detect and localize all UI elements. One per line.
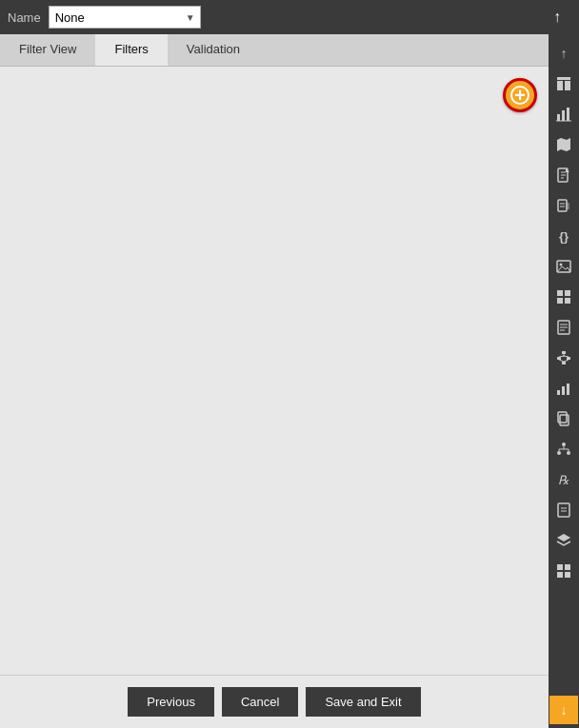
sidebar-top-arrow-icon[interactable]: ↑	[549, 39, 578, 68]
name-select-wrapper: None ▼	[49, 6, 201, 29]
svg-line-30	[559, 356, 564, 357]
svg-rect-53	[557, 572, 563, 578]
name-select[interactable]: None	[49, 6, 201, 29]
sidebar-layers-icon[interactable]	[549, 526, 578, 555]
content-panel: Filter View Filters Validation +	[0, 34, 549, 728]
svg-rect-0	[557, 77, 570, 80]
sidebar-image-icon[interactable]	[549, 252, 578, 281]
sidebar-code-icon[interactable]: {}	[549, 222, 578, 250]
svg-rect-51	[557, 564, 563, 570]
svg-rect-52	[565, 564, 570, 570]
save-exit-button[interactable]: Save and Exit	[306, 687, 420, 717]
svg-rect-1	[557, 81, 563, 90]
svg-rect-4	[562, 110, 565, 121]
add-filter-circle: +	[510, 86, 529, 105]
svg-rect-54	[565, 572, 570, 578]
sidebar-chart-icon[interactable]	[549, 100, 578, 128]
main-area: Filter View Filters Validation +	[0, 34, 579, 728]
svg-rect-47	[558, 503, 569, 517]
sidebar-table-icon[interactable]	[549, 69, 578, 98]
svg-rect-12	[558, 200, 567, 211]
svg-point-17	[560, 264, 563, 266]
plus-icon: +	[514, 86, 526, 105]
tabs: Filter View Filters Validation	[0, 34, 549, 67]
svg-rect-19	[565, 290, 570, 296]
svg-rect-21	[565, 298, 570, 304]
tab-validation[interactable]: Validation	[168, 34, 259, 66]
svg-rect-37	[567, 384, 569, 395]
header-icons: ↑	[549, 9, 571, 26]
sidebar-map-icon[interactable]	[549, 130, 578, 159]
svg-rect-18	[557, 290, 563, 296]
sidebar-grid-icon[interactable]	[549, 283, 578, 311]
svg-rect-27	[557, 357, 561, 360]
sidebar-apps-icon[interactable]	[549, 557, 578, 585]
sidebar-rx-icon[interactable]: ℞	[549, 465, 578, 494]
sidebar-org-icon[interactable]	[549, 435, 578, 463]
filter-content: +	[0, 67, 549, 675]
svg-point-40	[562, 443, 566, 446]
tab-filter-view[interactable]: Filter View	[0, 34, 95, 66]
svg-line-34	[564, 360, 569, 362]
svg-rect-28	[567, 357, 570, 360]
svg-rect-5	[567, 108, 569, 121]
name-label: Name	[8, 10, 41, 25]
svg-rect-26	[562, 351, 566, 354]
sidebar-copy-icon[interactable]	[549, 404, 578, 433]
app-container: Name None ▼ ↑ Filter View Filters Vali	[0, 0, 579, 728]
svg-rect-36	[562, 386, 565, 395]
svg-rect-20	[557, 298, 563, 304]
sidebar-report-icon[interactable]	[549, 313, 578, 342]
sidebar-document-icon[interactable]	[549, 161, 578, 189]
svg-line-31	[564, 356, 569, 357]
svg-rect-2	[565, 81, 570, 90]
svg-point-42	[567, 451, 570, 455]
previous-button[interactable]: Previous	[128, 687, 214, 717]
bottom-bar: Previous Cancel Save and Exit	[0, 675, 549, 728]
svg-rect-35	[557, 390, 560, 395]
right-sidebar: ↑ {}	[549, 34, 579, 728]
svg-rect-15	[566, 203, 569, 209]
top-arrow-icon[interactable]: ↑	[549, 9, 566, 26]
sidebar-bar-chart-icon[interactable]	[549, 374, 578, 403]
tab-filters[interactable]: Filters	[95, 34, 167, 66]
cancel-button[interactable]: Cancel	[222, 687, 298, 717]
svg-marker-50	[557, 534, 570, 541]
sidebar-hierarchy-icon[interactable]	[549, 344, 578, 372]
header: Name None ▼ ↑	[0, 0, 579, 34]
sidebar-document2-icon[interactable]	[549, 191, 578, 220]
add-filter-button[interactable]: +	[503, 78, 537, 112]
svg-point-41	[557, 451, 561, 455]
svg-line-33	[559, 360, 564, 362]
sidebar-download-icon[interactable]: ↓	[549, 696, 578, 724]
svg-rect-3	[557, 114, 560, 121]
svg-rect-32	[562, 362, 566, 364]
sidebar-doc3-icon[interactable]	[549, 496, 578, 524]
